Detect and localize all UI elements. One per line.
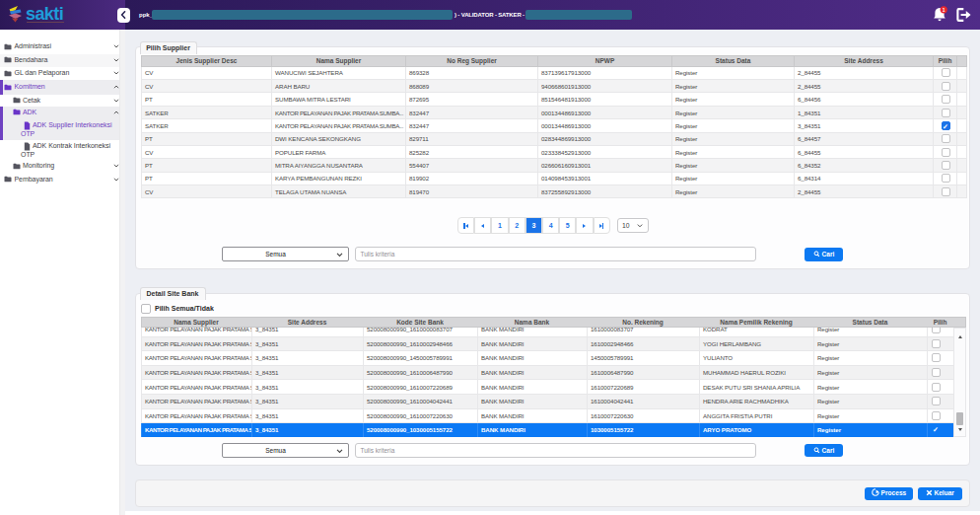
- svg-text:1: 1: [943, 7, 945, 13]
